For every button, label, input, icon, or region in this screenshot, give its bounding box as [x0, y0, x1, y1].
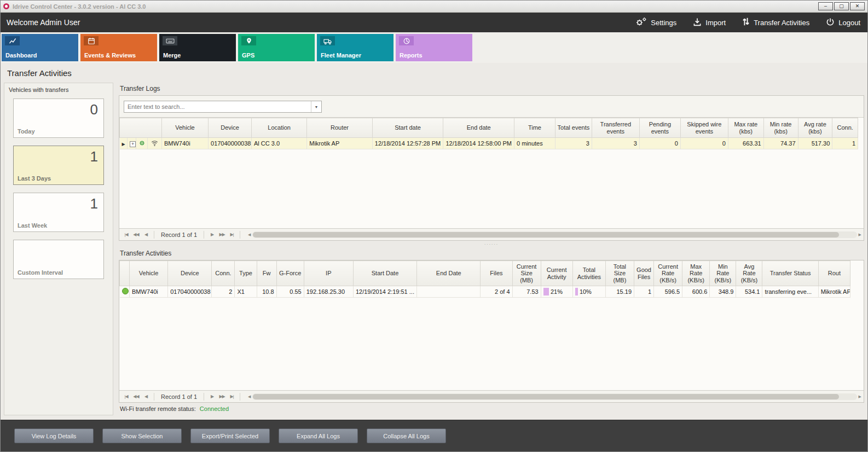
- expand-all-logs-button[interactable]: Expand All Logs: [279, 428, 358, 443]
- wifi-status-line: Wi-Fi transfer remote status: Connected: [119, 403, 864, 415]
- column-header-end-date[interactable]: End Date: [417, 261, 481, 286]
- tile-reports[interactable]: Reports: [396, 34, 472, 61]
- column-header-ip[interactable]: IP: [304, 261, 353, 286]
- search-input[interactable]: [124, 103, 311, 110]
- filter-card-last-week[interactable]: 1 Last Week: [13, 193, 104, 232]
- column-header-files[interactable]: Files: [481, 261, 512, 286]
- collapse-all-logs-button[interactable]: Collapse All Logs: [367, 428, 446, 443]
- minimize-button[interactable]: –: [818, 2, 833, 10]
- last-record-button[interactable]: ▶|: [227, 393, 236, 400]
- column-header-max-rate[interactable]: Max Rate (KB/s): [682, 261, 710, 286]
- column-header-max-rate[interactable]: Max rate (kbs): [728, 118, 763, 138]
- first-record-button[interactable]: |◀: [121, 393, 131, 400]
- column-header-total-events[interactable]: Total events: [555, 118, 592, 138]
- next-record-button[interactable]: ▶: [207, 231, 217, 238]
- cell-current-activity: 21%: [541, 286, 572, 298]
- column-header-end-date[interactable]: End date: [443, 118, 514, 138]
- prev-page-button[interactable]: ◀◀: [131, 231, 141, 238]
- column-header-avg-rate[interactable]: Avg rate (kbs): [798, 118, 832, 138]
- tile-events-reviews[interactable]: Events & Reviews: [80, 34, 157, 61]
- vehicles-with-transfers-panel: Vehicles with transfers 0 Today 1 Last 3…: [4, 83, 113, 415]
- first-record-button[interactable]: |◀: [121, 231, 131, 238]
- scroll-left-icon[interactable]: ◀: [248, 395, 251, 399]
- column-header-device[interactable]: Device: [168, 261, 212, 286]
- column-header-time[interactable]: Time: [514, 118, 555, 138]
- column-header-current-rate[interactable]: Current Rate (KB/s): [654, 261, 682, 286]
- column-header-pending-events[interactable]: Pending events: [639, 118, 680, 138]
- column-header-g-force[interactable]: G-Force: [276, 261, 304, 286]
- scroll-right-icon[interactable]: ▶: [859, 395, 861, 399]
- column-header-vehicle[interactable]: Vehicle: [130, 261, 168, 286]
- row-expander-icon[interactable]: ▶: [122, 142, 125, 147]
- transfer-activities-grid: Vehicle Device Conn. Type Fw G-Force IP …: [119, 260, 864, 390]
- column-header-current-size[interactable]: Current Size (MB): [512, 261, 541, 286]
- prev-page-button[interactable]: ◀◀: [131, 393, 141, 400]
- column-header-device[interactable]: Device: [209, 118, 252, 138]
- column-header-total-activities[interactable]: Total Activities: [572, 261, 605, 286]
- tile-gps-label: GPS: [242, 52, 254, 59]
- cell-ip: 192.168.25.30: [304, 286, 353, 298]
- horizontal-scrollbar[interactable]: ◀ ▶: [248, 393, 861, 400]
- close-button[interactable]: ✕: [850, 2, 865, 10]
- tile-events-reviews-label: Events & Reviews: [84, 52, 136, 59]
- column-header-conn[interactable]: Conn.: [832, 118, 858, 138]
- chevron-down-icon[interactable]: ▼: [311, 101, 321, 112]
- tile-gps[interactable]: GPS: [238, 34, 315, 61]
- prev-record-button[interactable]: ◀: [141, 393, 151, 400]
- record-indicator: Record 1 of 1: [161, 231, 197, 238]
- next-record-button[interactable]: ▶: [207, 393, 217, 400]
- expand-plus-icon[interactable]: +: [130, 141, 136, 147]
- scrollbar-thumb[interactable]: [253, 232, 839, 237]
- column-header-type[interactable]: Type: [235, 261, 257, 286]
- import-button[interactable]: Import: [693, 18, 726, 28]
- column-header-vehicle[interactable]: Vehicle: [161, 118, 208, 138]
- tile-merge[interactable]: Merge: [159, 34, 236, 61]
- column-header-conn[interactable]: Conn.: [212, 261, 235, 286]
- column-header-skipped-wire-events[interactable]: Skipped wire events: [680, 118, 728, 138]
- column-header-transferred-events[interactable]: Transferred events: [592, 118, 639, 138]
- tile-fleet-manager[interactable]: Fleet Manager: [317, 34, 394, 61]
- column-header-avg-rate[interactable]: Avg Rate (KB/s): [736, 261, 762, 286]
- column-header-router[interactable]: Rout: [818, 261, 850, 286]
- filter-card-today[interactable]: 0 Today: [13, 98, 104, 138]
- view-log-details-button[interactable]: View Log Details: [14, 428, 94, 443]
- table-row[interactable]: ▶ + BMW740i 017040000038 Al CC: [120, 138, 858, 149]
- filter-card-last-3-days[interactable]: 1 Last 3 Days: [13, 146, 104, 185]
- column-header-transfer-status[interactable]: Transfer Status: [762, 261, 818, 286]
- column-header-location[interactable]: Location: [252, 118, 307, 138]
- column-header-min-rate[interactable]: Min rate (kbs): [763, 118, 798, 138]
- last-record-button[interactable]: ▶|: [227, 231, 236, 238]
- show-selection-button[interactable]: Show Selection: [102, 428, 182, 443]
- column-header-total-size[interactable]: Total Size (MB): [605, 261, 634, 286]
- scrollbar-thumb[interactable]: [253, 394, 839, 399]
- prev-record-button[interactable]: ◀: [141, 231, 151, 238]
- total-activities-value: 10%: [580, 288, 592, 295]
- logout-button[interactable]: Logout: [826, 18, 860, 28]
- column-header-min-rate[interactable]: Min Rate (KB/s): [710, 261, 736, 286]
- column-header-start-date[interactable]: Start Date: [353, 261, 416, 286]
- settings-button[interactable]: Settings: [635, 17, 676, 28]
- current-activity-progress-bar: [543, 288, 549, 295]
- column-header-good-files[interactable]: Good Files: [634, 261, 654, 286]
- horizontal-scrollbar[interactable]: ◀ ▶: [248, 231, 861, 238]
- table-row[interactable]: BMW740i 017040000038 2 X1 10.8 0.55 192.…: [120, 286, 850, 298]
- transfer-activities-button[interactable]: Transfer Activities: [742, 17, 809, 28]
- column-header-router[interactable]: Router: [307, 118, 373, 138]
- next-page-button[interactable]: ▶▶: [217, 231, 227, 238]
- export-print-selected-button[interactable]: Export/Print Selected: [190, 428, 270, 443]
- power-icon: [826, 18, 835, 28]
- scroll-right-icon[interactable]: ▶: [859, 233, 861, 237]
- custom-interval-label: Custom Interval: [18, 269, 63, 276]
- column-header-start-date[interactable]: Start date: [372, 118, 443, 138]
- panel-splitter[interactable]: ······: [119, 241, 864, 247]
- cell-start-date: 12/19/2014 2:19:51 ...: [353, 286, 416, 298]
- tile-dashboard[interactable]: Dashboard: [2, 34, 78, 61]
- column-header-fw[interactable]: Fw: [257, 261, 276, 286]
- cell-vehicle: BMW740i: [161, 138, 208, 149]
- cell-current-rate: 596.5: [654, 286, 682, 298]
- filter-card-custom-interval[interactable]: Custom Interval: [13, 240, 104, 279]
- next-page-button[interactable]: ▶▶: [217, 393, 227, 400]
- scroll-left-icon[interactable]: ◀: [248, 233, 251, 237]
- maximize-button[interactable]: ▢: [834, 2, 849, 10]
- column-header-current-activity[interactable]: Current Activity: [541, 261, 572, 286]
